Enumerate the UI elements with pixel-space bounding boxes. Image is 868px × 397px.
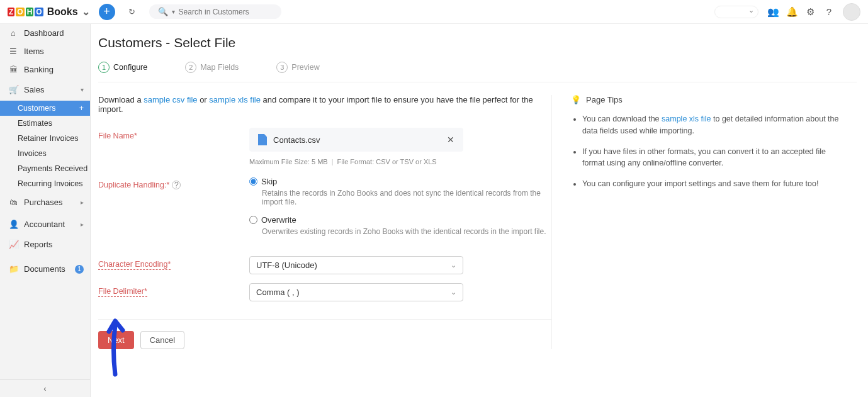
search-scope-caret[interactable]: ▾ (172, 8, 175, 15)
sidebar-item-estimates[interactable]: Estimates (0, 116, 90, 131)
app-name: Books (47, 6, 78, 18)
tip-item: You can configure your import settings a… (582, 178, 847, 190)
sidebar-item-dashboard[interactable]: ⌂Dashboard (0, 24, 90, 42)
top-bar: ZOHO Books ⌄ + ↻ 🔍 ▾ 👥 🔔 ⚙ ? (0, 0, 868, 24)
chevron-down-icon: ▾ (81, 86, 84, 93)
page-tips-panel: 💡Page Tips You can download the sample x… (551, 95, 847, 349)
radio-overwrite-desc: Overwrites existing records in Zoho Book… (262, 227, 551, 236)
tip-sample-xls-link[interactable]: sample xls file (662, 115, 711, 123)
dashboard-icon: ⌂ (9, 28, 18, 38)
chevron-right-icon: ▸ (81, 199, 84, 206)
page-title: Customers - Select File (98, 35, 857, 58)
bulb-icon: 💡 (571, 95, 581, 104)
sidebar-item-banking[interactable]: 🏛Banking (0, 60, 90, 79)
remove-file-button[interactable]: ✕ (447, 135, 454, 145)
uploaded-file-chip: Contacts.csv ✕ (249, 128, 463, 152)
delimiter-label: File Delimiter* (98, 283, 249, 296)
file-name-label: File Name* (98, 128, 249, 140)
sidebar-item-documents[interactable]: 📁Documents1 (0, 260, 90, 278)
encoding-select[interactable]: UTF-8 (Unicode)⌄ (249, 256, 463, 274)
intro-text: Download a sample csv file or sample xls… (98, 95, 551, 114)
add-customer-icon[interactable]: + (79, 104, 84, 113)
sidebar: ⌂Dashboard ☰Items 🏛Banking 🛒Sales▾ Custo… (0, 24, 91, 397)
sidebar-item-accountant[interactable]: 👤Accountant▸ (0, 213, 90, 235)
sidebar-item-customers[interactable]: Customers+ (0, 101, 90, 116)
search-input[interactable] (179, 8, 273, 16)
sales-icon: 🛒 (9, 85, 18, 94)
accountant-icon: 👤 (9, 220, 18, 229)
sidebar-item-retainer-invoices[interactable]: Retainer Invoices (0, 131, 90, 146)
sidebar-item-items[interactable]: ☰Items (0, 42, 90, 60)
sidebar-collapse-button[interactable]: ‹ (0, 379, 90, 397)
sidebar-item-sales[interactable]: 🛒Sales▾ (0, 79, 90, 101)
uploaded-file-name: Contacts.csv (273, 135, 320, 145)
search-box[interactable]: 🔍 ▾ (149, 4, 281, 19)
help-tooltip-icon[interactable]: ? (172, 181, 181, 189)
step-preview[interactable]: 3Preview (276, 62, 319, 73)
import-steps: 1Configure 2Map Fields 3Preview (98, 58, 857, 82)
sidebar-item-payments-received[interactable]: Payments Received (0, 161, 90, 176)
chevron-down-icon[interactable]: ⌄ (82, 6, 90, 18)
banking-icon: 🏛 (9, 65, 18, 74)
notifications-icon[interactable]: 🔔 (786, 6, 796, 18)
tips-heading: Page Tips (586, 95, 623, 104)
step-configure[interactable]: 1Configure (98, 62, 147, 73)
documents-icon: 📁 (9, 264, 18, 274)
topbar-right: 👥 🔔 ⚙ ? (714, 3, 860, 21)
file-icon (258, 134, 267, 145)
file-hints: Maximum File Size: 5 MB|File Format: CSV… (249, 158, 551, 165)
chevron-down-icon: ⌄ (451, 288, 456, 296)
help-icon[interactable]: ? (824, 6, 834, 17)
step-map-fields[interactable]: 2Map Fields (185, 62, 239, 73)
sidebar-item-recurring-invoices[interactable]: Recurring Invoices (0, 176, 90, 191)
items-icon: ☰ (9, 47, 18, 56)
sidebar-item-reports[interactable]: 📈Reports (0, 235, 90, 254)
avatar[interactable] (843, 3, 860, 21)
sample-csv-link[interactable]: sample csv file (144, 95, 197, 104)
tip-item: You can download the sample xls file to … (582, 113, 847, 137)
main-content: Customers - Select File 1Configure 2Map … (91, 24, 868, 397)
import-form: Download a sample csv file or sample xls… (98, 95, 551, 349)
radio-overwrite[interactable]: Overwrite (249, 215, 551, 225)
refer-icon[interactable]: 👥 (767, 6, 777, 18)
radio-skip[interactable]: Skip (249, 177, 551, 186)
purchases-icon: 🛍 (9, 198, 18, 207)
documents-count-badge: 1 (75, 265, 84, 274)
duplicate-handling-label: Duplicate Handling:*? (98, 177, 249, 189)
sample-xls-link[interactable]: sample xls file (209, 95, 261, 104)
recent-activity-icon[interactable]: ↻ (124, 4, 140, 20)
next-button[interactable]: Next (98, 331, 134, 349)
settings-icon[interactable]: ⚙ (805, 6, 815, 18)
sidebar-item-invoices[interactable]: Invoices (0, 146, 90, 161)
reports-icon: 📈 (9, 240, 18, 249)
delimiter-select[interactable]: Comma ( , )⌄ (249, 283, 463, 301)
chevron-down-icon: ⌄ (451, 261, 456, 269)
org-switcher[interactable] (714, 6, 758, 18)
app-logo[interactable]: ZOHO Books ⌄ (8, 6, 90, 18)
encoding-label: Character Encoding* (98, 256, 249, 269)
chevron-right-icon: ▸ (81, 221, 84, 228)
form-actions: Next Cancel (98, 319, 551, 349)
sidebar-item-purchases[interactable]: 🛍Purchases▸ (0, 191, 90, 213)
search-icon: 🔍 (158, 7, 168, 16)
tip-item: If you have files in other formats, you … (582, 146, 847, 170)
radio-skip-desc: Retains the records in Zoho Books and do… (262, 189, 551, 206)
quick-add-button[interactable]: + (99, 4, 115, 20)
cancel-button[interactable]: Cancel (140, 331, 184, 349)
